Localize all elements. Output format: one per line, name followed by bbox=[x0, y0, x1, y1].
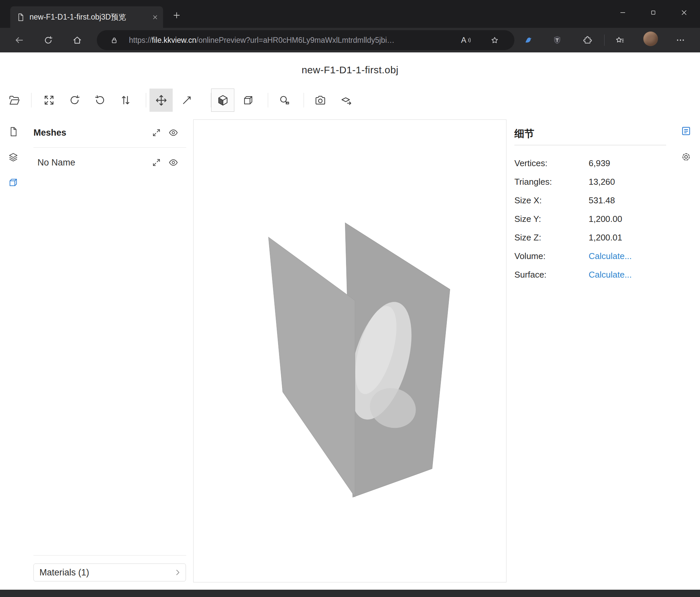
perspective-cube-icon bbox=[217, 94, 229, 106]
fit-view-icon bbox=[43, 94, 55, 106]
home-icon bbox=[72, 35, 82, 45]
details-row-size-y: Size Y: 1,200.00 bbox=[515, 210, 666, 228]
toolbar-separator bbox=[304, 93, 304, 108]
toolbar-rotate-x-button[interactable] bbox=[63, 89, 86, 112]
details-row-triangles: Triangles: 13,260 bbox=[515, 172, 666, 191]
meshes-panel-title: Meshes bbox=[33, 128, 66, 138]
shield-t-extension-icon bbox=[552, 35, 562, 45]
toolbar-separator bbox=[146, 93, 146, 108]
browser-navbar: https://file.kkview.cn/onlinePreview?url… bbox=[0, 28, 700, 52]
toolbar-flip-vertical-button[interactable] bbox=[114, 89, 137, 112]
mesh-name: No Name bbox=[33, 158, 75, 168]
toolbar-rotate-y-button[interactable] bbox=[89, 89, 112, 112]
puzzle-icon bbox=[583, 35, 592, 45]
toolbar-orthographic-button[interactable] bbox=[236, 89, 260, 112]
read-aloud-a: A bbox=[461, 35, 466, 45]
back-button[interactable] bbox=[12, 33, 26, 47]
toolbar-separator bbox=[31, 93, 31, 108]
right-strip-settings-button[interactable] bbox=[680, 151, 692, 163]
favorites-hub-button[interactable] bbox=[613, 33, 627, 47]
refresh-icon bbox=[44, 35, 53, 45]
url-scheme: https:// bbox=[129, 36, 152, 45]
row-label: Vertices: bbox=[515, 158, 589, 168]
read-aloud-button[interactable]: A bbox=[461, 30, 474, 50]
star-icon bbox=[490, 36, 499, 45]
browser-titlebar: new-F1-D1-1-first.obj3D预览 bbox=[0, 0, 700, 28]
toolbar-measure-line-button[interactable] bbox=[175, 89, 199, 112]
back-arrow-icon bbox=[14, 35, 24, 45]
pan-icon bbox=[155, 94, 167, 106]
row-value: 1,200.00 bbox=[589, 214, 622, 224]
extension-shield-button[interactable] bbox=[550, 33, 564, 47]
rotate-x-icon bbox=[69, 94, 80, 106]
row-label: Triangles: bbox=[515, 177, 589, 187]
row-value: 1,200.01 bbox=[589, 233, 622, 243]
calculate-surface-link[interactable]: Calculate... bbox=[589, 270, 632, 280]
row-label: Size Y: bbox=[515, 214, 589, 224]
rotate-y-icon bbox=[94, 94, 106, 106]
details-rows: Vertices: 6,939 Triangles: 13,260 Size X… bbox=[515, 154, 666, 284]
new-tab-button[interactable] bbox=[170, 9, 183, 22]
details-row-size-z: Size Z: 1,200.01 bbox=[515, 228, 666, 247]
window-close-button[interactable] bbox=[674, 2, 694, 23]
toolbar-screenshot-button[interactable] bbox=[308, 89, 332, 112]
chevron-right-icon bbox=[174, 569, 182, 576]
mesh-visibility-eye-icon[interactable] bbox=[168, 158, 178, 167]
file-icon bbox=[8, 126, 19, 137]
right-strip-details-button[interactable] bbox=[680, 125, 692, 137]
row-label: Surface: bbox=[515, 270, 589, 280]
3d-model-render bbox=[194, 120, 506, 582]
zoom-to-mesh-icon[interactable] bbox=[152, 158, 161, 167]
toolbar-open-button[interactable] bbox=[3, 89, 26, 112]
toolbar-export-button[interactable] bbox=[335, 89, 358, 112]
row-value: 531.48 bbox=[589, 195, 615, 206]
window-maximize-button[interactable] bbox=[643, 2, 664, 23]
materials-layers-icon bbox=[8, 152, 19, 163]
toolbar-measure-button[interactable] bbox=[273, 89, 296, 112]
mesh-list-item[interactable]: No Name bbox=[33, 153, 186, 172]
plus-icon bbox=[172, 11, 181, 20]
sidebar-model-button[interactable] bbox=[7, 176, 19, 188]
url-text: https://file.kkview.cn/onlinePreview?url… bbox=[129, 30, 394, 50]
page-title: new-F1-D1-1-first.obj bbox=[0, 64, 700, 76]
zoom-to-all-icon[interactable] bbox=[152, 128, 161, 137]
address-bar[interactable]: https://file.kkview.cn/onlinePreview?url… bbox=[97, 30, 515, 50]
site-permissions-button[interactable] bbox=[107, 30, 121, 50]
details-divider bbox=[515, 145, 666, 145]
toolbar-fit-view-button[interactable] bbox=[38, 89, 61, 112]
visibility-eye-icon[interactable] bbox=[168, 128, 178, 138]
browser-tab[interactable]: new-F1-D1-1-first.obj3D预览 bbox=[10, 6, 163, 28]
toolbar-perspective-button[interactable] bbox=[211, 89, 234, 112]
browser-menu-button[interactable] bbox=[674, 33, 688, 47]
maximize-icon bbox=[650, 9, 657, 16]
calculate-volume-link[interactable]: Calculate... bbox=[589, 251, 632, 261]
extensions-menu-button[interactable] bbox=[580, 33, 594, 47]
ellipsis-icon bbox=[675, 35, 685, 45]
tab-close-icon[interactable] bbox=[152, 14, 158, 21]
3d-viewport[interactable] bbox=[193, 119, 506, 582]
favorite-this-page-button[interactable] bbox=[488, 30, 501, 50]
row-label: Size X: bbox=[515, 195, 589, 206]
window-minimize-button[interactable] bbox=[612, 2, 633, 23]
viewer-toolbar bbox=[3, 89, 400, 112]
home-button[interactable] bbox=[70, 33, 84, 47]
refresh-button[interactable] bbox=[41, 33, 55, 47]
materials-button-label: Materials (1) bbox=[40, 568, 89, 578]
toolbar-pan-button[interactable] bbox=[149, 89, 173, 112]
toolbar-separator bbox=[268, 93, 268, 108]
sidebar-file-button[interactable] bbox=[7, 126, 19, 138]
details-row-surface: Surface: Calculate... bbox=[515, 265, 666, 284]
profile-avatar[interactable] bbox=[643, 31, 658, 46]
details-row-volume: Volume: Calculate... bbox=[515, 247, 666, 265]
extension-blue-button[interactable] bbox=[522, 33, 535, 47]
browser-window: new-F1-D1-1-first.obj3D预览 bbox=[0, 0, 700, 597]
sidebar-materials-button[interactable] bbox=[7, 151, 19, 163]
tab-title: new-F1-D1-1-first.obj3D预览 bbox=[29, 12, 147, 22]
details-row-vertices: Vertices: 6,939 bbox=[515, 154, 666, 172]
materials-button[interactable]: Materials (1) bbox=[33, 564, 186, 581]
blue-bird-extension-icon bbox=[524, 35, 534, 45]
materials-divider bbox=[33, 555, 186, 555]
favorites-star-list-icon bbox=[615, 35, 625, 45]
camera-icon bbox=[314, 94, 326, 106]
details-list-icon bbox=[680, 125, 692, 137]
